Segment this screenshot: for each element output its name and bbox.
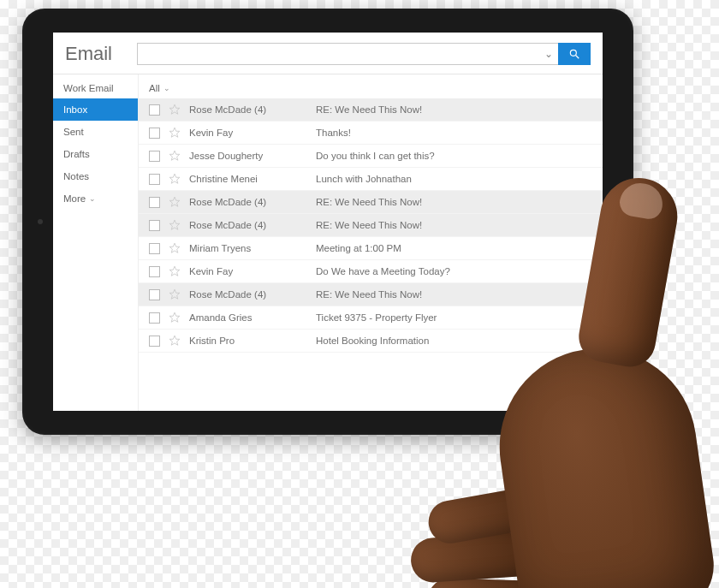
- sidebar-item-label: Notes: [63, 171, 89, 181]
- message-row[interactable]: Kevin FayDo We have a Meeting Today?: [139, 260, 603, 283]
- chevron-down-icon: ⌄: [163, 84, 170, 92]
- message-subject: Ticket 9375 - Property Flyer: [316, 312, 592, 323]
- filter-label: All: [149, 83, 160, 93]
- message-subject: RE: We Need This Now!: [316, 289, 592, 300]
- message-checkbox[interactable]: [149, 128, 160, 139]
- message-row[interactable]: Kevin FayThanks!: [139, 122, 603, 145]
- star-icon[interactable]: [169, 265, 181, 277]
- message-row[interactable]: Rose McDade (4)RE: We Need This Now!: [139, 214, 603, 237]
- message-subject: Do We have a Meeting Today?: [316, 266, 592, 276]
- svg-marker-3: [169, 128, 180, 137]
- svg-marker-6: [169, 197, 180, 206]
- message-sender: Kevin Fay: [189, 266, 307, 276]
- message-row[interactable]: Christine MeneiLunch with Johnathan: [139, 168, 603, 191]
- message-checkbox[interactable]: [149, 312, 160, 324]
- message-sender: Christine Menei: [189, 174, 307, 184]
- message-row[interactable]: Jesse DoughertyDo you think I can get th…: [139, 145, 603, 168]
- svg-marker-4: [169, 151, 180, 160]
- filter-dropdown[interactable]: All ⌄: [139, 74, 603, 98]
- message-row[interactable]: Rose McDade (4)RE: We Need This Now!: [139, 283, 603, 306]
- search-dropdown-toggle[interactable]: ⌄: [539, 43, 558, 65]
- sidebar-item-label: Sent: [63, 127, 84, 137]
- svg-marker-2: [169, 104, 180, 114]
- message-list-area: All ⌄ Rose McDade (4)RE: We Need This No…: [139, 74, 603, 411]
- star-icon[interactable]: [169, 196, 181, 208]
- message-row[interactable]: Rose McDade (4)RE: We Need This Now!: [139, 98, 603, 122]
- message-sender: Rose McDade (4): [189, 104, 307, 115]
- svg-marker-7: [169, 220, 180, 229]
- message-checkbox[interactable]: [149, 336, 160, 347]
- star-icon[interactable]: [169, 104, 181, 116]
- sidebar-item-notes[interactable]: Notes: [53, 165, 138, 187]
- chevron-down-icon: ⌄: [89, 194, 96, 203]
- app-screen: Email ⌄ Work Email InboxSentDraftsNotesM…: [53, 33, 603, 411]
- header: Email ⌄: [53, 33, 603, 74]
- main-area: Work Email InboxSentDraftsNotesMore⌄ All…: [53, 74, 603, 411]
- message-subject: Meeting at 1:00 PM: [316, 243, 592, 253]
- message-checkbox[interactable]: [149, 104, 160, 116]
- sidebar-item-label: More: [63, 193, 86, 204]
- message-sender: Kevin Fay: [189, 128, 307, 138]
- sidebar-item-sent[interactable]: Sent: [53, 121, 138, 143]
- star-icon[interactable]: [169, 127, 181, 139]
- message-sender: Jesse Dougherty: [189, 151, 307, 161]
- message-sender: Rose McDade (4): [189, 197, 307, 207]
- svg-marker-9: [169, 266, 180, 276]
- message-sender: Amanda Gries: [189, 312, 307, 323]
- message-row[interactable]: Miriam TryensMeeting at 1:00 PM: [139, 237, 603, 260]
- svg-line-1: [576, 56, 579, 59]
- svg-marker-8: [169, 243, 180, 252]
- message-subject: Hotel Booking Information: [316, 336, 592, 346]
- svg-point-0: [570, 50, 576, 56]
- search-icon: [568, 48, 580, 60]
- sidebar: Work Email InboxSentDraftsNotesMore⌄: [53, 74, 139, 411]
- account-label[interactable]: Work Email: [53, 74, 138, 98]
- message-checkbox[interactable]: [149, 151, 160, 162]
- message-row[interactable]: Rose McDade (4)RE: We Need This Now!: [139, 191, 603, 214]
- chevron-down-icon: ⌄: [544, 48, 553, 60]
- message-subject: Lunch with Johnathan: [316, 174, 592, 184]
- search-bar: ⌄: [137, 43, 591, 65]
- message-checkbox[interactable]: [149, 220, 160, 231]
- message-sender: Rose McDade (4): [189, 220, 307, 230]
- sidebar-item-drafts[interactable]: Drafts: [53, 143, 138, 165]
- message-subject: RE: We Need This Now!: [316, 197, 592, 207]
- svg-marker-5: [169, 174, 180, 183]
- message-sender: Rose McDade (4): [189, 289, 307, 300]
- tablet-frame: Email ⌄ Work Email InboxSentDraftsNotesM…: [22, 9, 633, 435]
- star-icon[interactable]: [169, 335, 181, 347]
- sidebar-item-more[interactable]: More⌄: [53, 187, 138, 210]
- message-checkbox[interactable]: [149, 174, 160, 185]
- message-checkbox[interactable]: [149, 243, 160, 254]
- sidebar-item-label: Inbox: [63, 104, 87, 115]
- message-checkbox[interactable]: [149, 289, 160, 300]
- message-subject: Do you think I can get this?: [316, 151, 592, 161]
- svg-marker-11: [169, 312, 180, 322]
- star-icon[interactable]: [169, 173, 181, 185]
- message-sender: Kristin Pro: [189, 336, 307, 346]
- message-sender: Miriam Tryens: [189, 243, 307, 253]
- message-subject: RE: We Need This Now!: [316, 104, 592, 115]
- star-icon[interactable]: [169, 150, 181, 162]
- star-icon[interactable]: [169, 288, 181, 300]
- app-title: Email: [65, 43, 127, 65]
- message-subject: RE: We Need This Now!: [316, 220, 592, 230]
- search-button[interactable]: [558, 43, 591, 65]
- svg-marker-12: [169, 336, 180, 345]
- search-input[interactable]: [137, 43, 539, 65]
- message-row[interactable]: Amanda GriesTicket 9375 - Property Flyer: [139, 306, 603, 330]
- star-icon[interactable]: [169, 219, 181, 231]
- star-icon[interactable]: [169, 242, 181, 254]
- sidebar-item-label: Drafts: [63, 149, 90, 159]
- message-row[interactable]: Kristin ProHotel Booking Information: [139, 330, 603, 353]
- star-icon[interactable]: [169, 312, 181, 324]
- message-list[interactable]: Rose McDade (4)RE: We Need This Now!Kevi…: [139, 98, 603, 411]
- message-subject: Thanks!: [316, 128, 592, 138]
- message-checkbox[interactable]: [149, 197, 160, 208]
- svg-marker-10: [169, 289, 180, 299]
- message-checkbox[interactable]: [149, 266, 160, 277]
- sidebar-item-inbox[interactable]: Inbox: [53, 98, 138, 121]
